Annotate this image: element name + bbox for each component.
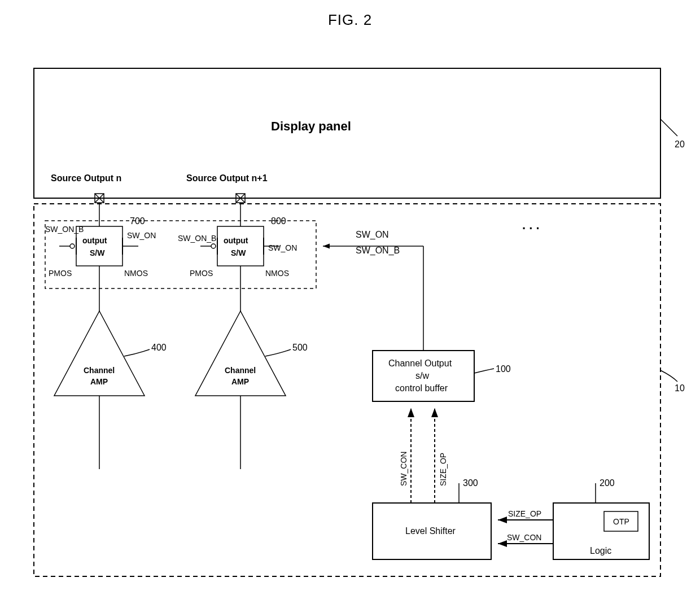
sw-on-b-signal-label: SW_ON_B [356, 246, 400, 256]
svg-text:SW_ON: SW_ON [268, 243, 297, 252]
svg-text:Channel: Channel [225, 366, 256, 375]
level-shifter-label: Level Shifter [405, 526, 456, 536]
size-op-vlabel: SIZE_OP [439, 453, 448, 486]
svg-text:400: 400 [151, 343, 167, 352]
source-output-n-label: Source Output n [51, 173, 121, 183]
ref-20-leader [660, 119, 677, 136]
svg-point-10 [70, 244, 75, 248]
ref-10: 10 [675, 383, 685, 393]
svg-text:NMOS: NMOS [265, 269, 289, 278]
switch-group-box [45, 221, 316, 288]
svg-text:800: 800 [271, 216, 286, 226]
svg-text:SW_ON_B: SW_ON_B [45, 225, 84, 234]
svg-text:700: 700 [130, 216, 145, 226]
svg-text:NMOS: NMOS [124, 269, 148, 278]
display-panel-box [34, 68, 660, 198]
svg-text:Channel: Channel [84, 366, 115, 375]
ref-300: 300 [463, 478, 478, 488]
svg-text:AMP: AMP [231, 377, 249, 386]
sw-con-vlabel: SW_CON [399, 452, 408, 486]
sw-on-signal-label: SW_ON [356, 230, 389, 240]
svg-point-23 [211, 244, 216, 248]
ref-20: 20 [675, 139, 685, 149]
source-output-n1-label: Source Output n+1 [186, 173, 268, 183]
ref-200: 200 [600, 478, 615, 488]
ref-10-leader [660, 370, 677, 382]
ref-100: 100 [496, 364, 511, 374]
svg-rect-19 [217, 226, 264, 266]
buffer-l1: Channel Output [388, 358, 452, 368]
svg-text:PMOS: PMOS [49, 269, 72, 278]
channel-amp-500: Channel AMP 500 [195, 311, 308, 396]
logic-label: Logic [590, 546, 611, 555]
svg-text:AMP: AMP [90, 377, 108, 386]
output-sw-700: output S/W SW_ON_B SW_ON PMOS NMOS 700 [45, 216, 156, 278]
figure-title: FIG. 2 [11, 11, 689, 29]
chip-boundary [34, 204, 660, 576]
ref-100-leader [474, 369, 494, 373]
ellipsis: . . . [522, 218, 540, 232]
output-sw-800: output S/W SW_ON_B SW_ON PMOS NMOS 800 [178, 216, 297, 278]
svg-text:output: output [224, 236, 248, 245]
svg-text:SW_ON: SW_ON [127, 231, 156, 240]
channel-amp-400: Channel AMP 400 [54, 311, 167, 396]
svg-text:500: 500 [292, 343, 308, 352]
svg-text:output: output [82, 236, 107, 245]
otp-label: OTP [613, 517, 629, 526]
svg-text:SW_ON_B: SW_ON_B [178, 234, 216, 243]
svg-text:S/W: S/W [90, 248, 105, 257]
display-panel-label: Display panel [271, 119, 351, 133]
buffer-l3: control buffer [395, 383, 448, 393]
size-op-h-label: SIZE_OP [508, 509, 541, 518]
buffer-l2: s/w [415, 371, 429, 380]
svg-text:S/W: S/W [231, 248, 246, 257]
diagram-svg: Display panel 20 Source Output n Source … [11, 57, 689, 582]
sw-con-h-label: SW_CON [507, 533, 541, 542]
svg-text:PMOS: PMOS [190, 269, 213, 278]
